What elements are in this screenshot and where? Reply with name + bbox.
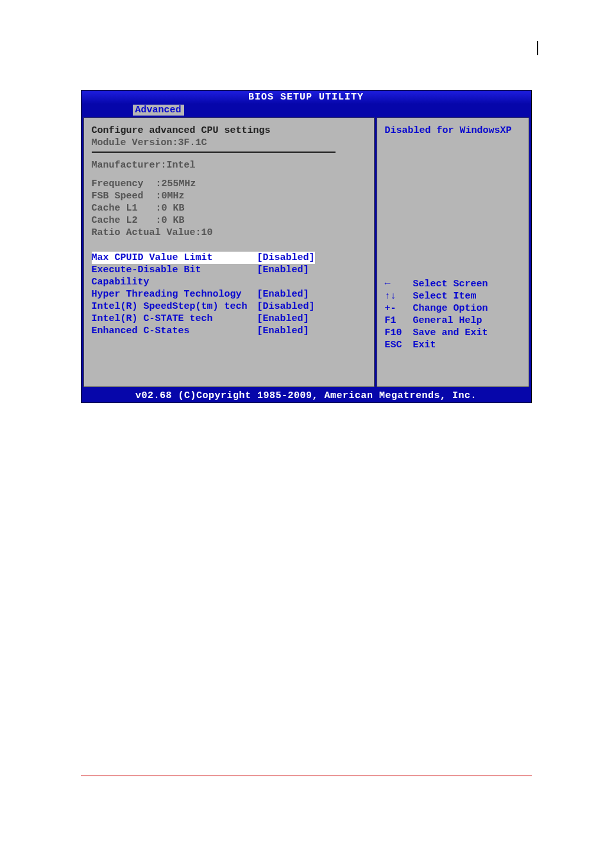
info-cache-l1: Cache L1 :0 KB xyxy=(92,202,366,214)
key-select-item: ↑↓ Select Item xyxy=(385,290,521,302)
key-glyph: ← xyxy=(385,278,413,290)
value: [Disabled] xyxy=(257,300,315,313)
value: :0 KB xyxy=(156,202,185,214)
page-footer-rule xyxy=(81,776,532,776)
setting-execute-disable[interactable]: Execute-Disable Bit Capability [Enabled] xyxy=(92,264,366,288)
key-desc: Save and Exit xyxy=(413,327,488,339)
section-title: Configure advanced CPU settings xyxy=(92,125,366,137)
info-cache-l2: Cache L2 :0 KB xyxy=(92,214,366,227)
label: Frequency xyxy=(92,178,156,190)
label: Intel(R) SpeedStep(tm) tech xyxy=(92,300,257,313)
key-select-screen: ← Select Screen xyxy=(385,278,521,290)
key-desc: Select Screen xyxy=(413,278,488,290)
value: [Enabled] xyxy=(257,313,309,325)
key-general-help: F1 General Help xyxy=(385,315,521,327)
tab-bar: Advanced xyxy=(81,104,531,116)
tab-advanced[interactable]: Advanced xyxy=(133,105,184,116)
value: [Enabled] xyxy=(257,288,309,300)
value: [Enabled] xyxy=(257,325,309,337)
setting-hyper-threading[interactable]: Hyper Threading Technology [Enabled] xyxy=(92,288,366,300)
footer-bar: v02.68 (C)Copyright 1985-2009, American … xyxy=(81,389,531,403)
text-cursor xyxy=(537,41,538,55)
title-bar: BIOS SETUP UTILITY xyxy=(81,91,531,104)
info-frequency: Frequency :255MHz xyxy=(92,178,366,190)
label: Intel(R) C-STATE tech xyxy=(92,313,257,325)
key-desc: Select Item xyxy=(413,290,477,302)
info-fsb-speed: FSB Speed :0MHz xyxy=(92,190,366,202)
label: Execute-Disable Bit Capability xyxy=(92,264,257,288)
value: :255MHz xyxy=(156,178,196,190)
value: :0 KB xyxy=(156,214,185,227)
key-glyph: ESC xyxy=(385,339,413,351)
label: FSB Speed xyxy=(92,190,156,202)
label: Enhanced C-States xyxy=(92,325,257,337)
label: Cache L1 xyxy=(92,202,156,214)
divider xyxy=(92,152,336,153)
manufacturer: Manufacturer:Intel xyxy=(92,159,366,171)
setting-max-cpuid[interactable]: Max CPUID Value Limit [Disabled] xyxy=(92,252,366,264)
key-exit: ESC Exit xyxy=(385,339,521,351)
setting-speedstep[interactable]: Intel(R) SpeedStep(tm) tech [Disabled] xyxy=(92,300,366,313)
setting-enhanced-c-states[interactable]: Enhanced C-States [Enabled] xyxy=(92,325,366,337)
value: [Enabled] xyxy=(257,264,309,288)
key-desc: General Help xyxy=(413,315,482,327)
key-glyph: ↑↓ xyxy=(385,290,413,302)
label: Cache L2 xyxy=(92,214,156,227)
value: :0MHz xyxy=(156,190,185,202)
key-change-option: +- Change Option xyxy=(385,302,521,315)
label: Max CPUID Value Limit xyxy=(92,252,257,264)
module-version: Module Version:3F.1C xyxy=(92,137,366,149)
key-glyph: +- xyxy=(385,302,413,315)
key-glyph: F1 xyxy=(385,315,413,327)
help-text: Disabled for WindowsXP xyxy=(385,125,521,137)
key-desc: Change Option xyxy=(413,302,488,315)
key-glyph: F10 xyxy=(385,327,413,339)
main-panel: Configure advanced CPU settings Module V… xyxy=(83,117,375,387)
info-ratio: Ratio Actual Value:10 xyxy=(92,227,366,239)
label: Hyper Threading Technology xyxy=(92,288,257,300)
side-panel: Disabled for WindowsXP ← Select Screen ↑… xyxy=(377,117,529,387)
key-desc: Exit xyxy=(413,339,436,351)
key-save-exit: F10 Save and Exit xyxy=(385,327,521,339)
bios-window: BIOS SETUP UTILITY Advanced Configure ad… xyxy=(81,90,532,403)
setting-c-state[interactable]: Intel(R) C-STATE tech [Enabled] xyxy=(92,313,366,325)
value: [Disabled] xyxy=(257,252,315,264)
